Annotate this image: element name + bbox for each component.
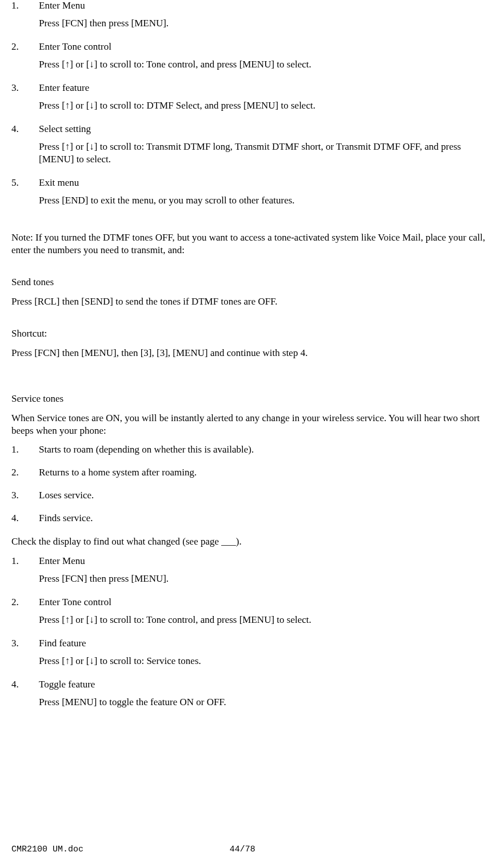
step-item: 2. Enter Tone control Press [↑] or [↓] t… <box>11 597 493 632</box>
step-title: Enter Menu <box>39 0 493 11</box>
step-item: 4. Select setting Press [↑] or [↓] to sc… <box>11 123 493 171</box>
step-detail: Press [↑] or [↓] to scroll to: DTMF Sele… <box>39 99 493 112</box>
page-footer: CMR2100 UM.doc 44/78 <box>11 845 493 854</box>
step-detail: Press [MENU] to toggle the feature ON or… <box>39 696 493 709</box>
page-content: 1. Enter Menu Press [FCN] then press [ME… <box>0 0 504 714</box>
step-number: 3. <box>11 638 39 673</box>
list-item: 2. Returns to a home system after roamin… <box>11 467 493 484</box>
note-paragraph: Note: If you turned the DTMF tones OFF, … <box>11 231 493 257</box>
step-title: Select setting <box>39 123 493 135</box>
step-detail: Press [FCN] then press [MENU]. <box>39 17 493 30</box>
step-detail: Press [↑] or [↓] to scroll to: Tone cont… <box>39 58 493 71</box>
step-detail: Press [↑] or [↓] to scroll to: Tone cont… <box>39 614 493 626</box>
step-number: 1. <box>11 555 39 591</box>
service-events-list: 1. Starts to roam (depending on whether … <box>11 444 493 530</box>
shortcut-title: Shortcut: <box>11 327 493 340</box>
send-tones-title: Send tones <box>11 276 493 289</box>
list-item: 4. Finds service. <box>11 513 493 530</box>
step-item: 3. Enter feature Press [↑] or [↓] to scr… <box>11 82 493 118</box>
service-tones-steps-list: 1. Enter Menu Press [FCN] then press [ME… <box>11 555 493 714</box>
step-number: 5. <box>11 177 39 213</box>
step-item: 4. Toggle feature Press [MENU] to toggle… <box>11 679 493 714</box>
service-tones-intro: When Service tones are ON, you will be i… <box>11 412 493 437</box>
step-title: Enter Tone control <box>39 597 493 608</box>
step-detail: Press [↑] or [↓] to scroll to: Transmit … <box>39 141 493 166</box>
item-number: 1. <box>11 444 39 461</box>
step-title: Enter Tone control <box>39 41 493 53</box>
step-detail: Press [END] to exit the menu, or you may… <box>39 194 493 207</box>
step-number: 4. <box>11 123 39 171</box>
footer-filename: CMR2100 UM.doc <box>11 845 83 854</box>
send-tones-detail: Press [RCL] then [SEND] to send the tone… <box>11 295 493 308</box>
step-title: Toggle feature <box>39 679 493 690</box>
item-number: 4. <box>11 513 39 530</box>
list-item: 3. Loses service. <box>11 490 493 507</box>
footer-page-number: 44/78 <box>230 845 255 854</box>
step-number: 1. <box>11 0 39 35</box>
step-title: Enter Menu <box>39 555 493 567</box>
step-item: 1. Enter Menu Press [FCN] then press [ME… <box>11 555 493 591</box>
step-item: 5. Exit menu Press [END] to exit the men… <box>11 177 493 213</box>
step-number: 4. <box>11 679 39 714</box>
service-tones-title: Service tones <box>11 393 493 405</box>
step-title: Exit menu <box>39 177 493 189</box>
item-text: Loses service. <box>39 490 493 501</box>
dtmf-steps-list: 1. Enter Menu Press [FCN] then press [ME… <box>11 0 493 213</box>
step-detail: Press [FCN] then press [MENU]. <box>39 573 493 585</box>
item-number: 2. <box>11 467 39 484</box>
item-text: Returns to a home system after roaming. <box>39 467 493 478</box>
step-detail: Press [↑] or [↓] to scroll to: Service t… <box>39 655 493 667</box>
item-number: 3. <box>11 490 39 507</box>
list-item: 1. Starts to roam (depending on whether … <box>11 444 493 461</box>
item-text: Finds service. <box>39 513 493 524</box>
step-number: 3. <box>11 82 39 118</box>
step-item: 2. Enter Tone control Press [↑] or [↓] t… <box>11 41 493 77</box>
step-title: Enter feature <box>39 82 493 94</box>
shortcut-detail: Press [FCN] then [MENU], then [3], [3], … <box>11 347 493 359</box>
step-number: 2. <box>11 41 39 77</box>
step-item: 1. Enter Menu Press [FCN] then press [ME… <box>11 0 493 35</box>
item-text: Starts to roam (depending on whether thi… <box>39 444 493 455</box>
step-item: 3. Find feature Press [↑] or [↓] to scro… <box>11 638 493 673</box>
step-number: 2. <box>11 597 39 632</box>
check-display-text: Check the display to find out what chang… <box>11 535 493 548</box>
step-title: Find feature <box>39 638 493 649</box>
